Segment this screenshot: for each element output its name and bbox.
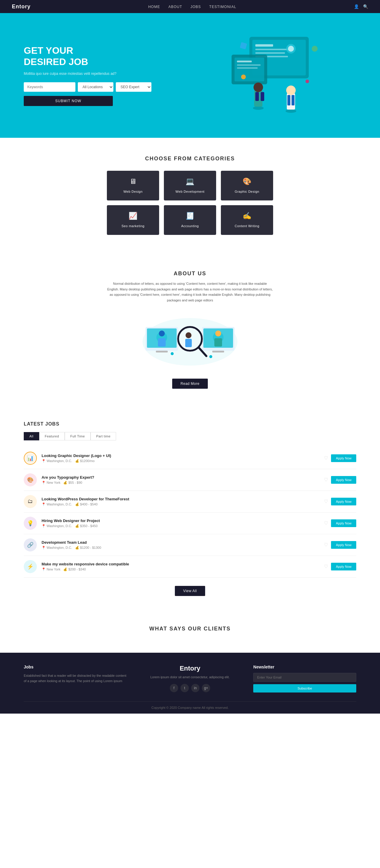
cat-seo-marketing[interactable]: 📈 Seo marketing [107,205,159,235]
job-logo: 💡 [24,517,37,530]
footer-col-brand: Entory Lorem ipsum dolor sit amet consec… [139,664,242,692]
svg-rect-4 [255,52,285,54]
job-info: Make my website responsive device compat… [41,562,319,571]
job-meta: 📍 Washington, D.C. 💰 $350 - $450 [41,524,319,528]
seo-label: Seo marketing [121,224,144,228]
tab-featured[interactable]: Featured [39,432,65,440]
footer-jobs-title: Jobs [24,664,127,669]
svg-rect-26 [240,42,247,49]
apply-button[interactable]: Apply Now [331,476,356,484]
apply-button[interactable]: Apply Now [331,454,356,462]
apply-button[interactable]: Apply Now [331,498,356,505]
cat-web-design[interactable]: 🖥 Web Design [107,171,159,200]
copyright-text: Copyright © 2020 Company name All rights… [151,706,229,709]
nav-jobs[interactable]: JOBS [191,5,201,9]
location-select[interactable]: All Locations [78,82,114,92]
svg-rect-10 [237,61,252,62]
favorite-icon[interactable]: ♡ [324,520,328,526]
svg-point-15 [254,83,263,92]
job-info: Hiring Web Designer for Project 📍 Washin… [41,519,319,528]
nav-testimonial[interactable]: TESTIMONIAL [209,5,236,9]
cat-content-writing[interactable]: ✍ Content Writing [221,205,273,235]
job-info: Development Team Lead 📍 Washington, D.C.… [41,540,319,550]
footer-jobs-text: Established fact that a reader will be d… [24,673,127,684]
read-more-button[interactable]: Read More [172,379,208,389]
about-illustration [139,312,241,371]
categories-section: CHOOSE FROM CATEGORIES 🖥 Web Design 💻 We… [0,138,380,253]
svg-point-24 [306,80,309,83]
hero-section: GET YOUR DESIRED JOB Mollitia quo iure c… [0,13,380,138]
job-list: 📊 Looking Graphic Designer (Logo + UI) 📍… [24,447,356,578]
graphic-design-label: Graphic Design [235,190,259,193]
search-icon[interactable]: 🔍 [363,4,368,9]
cat-accounting[interactable]: 🧾 Accounting [164,205,216,235]
job-logo: 🔗 [24,538,37,552]
nav-icons: 👤 🔍 [354,4,368,9]
svg-rect-12 [237,67,258,69]
job-meta: 📍 Washington, D.C. 💰 $400 - $540 [41,502,319,506]
favorite-icon[interactable]: ♡ [324,499,328,504]
linkedin-icon[interactable]: in [191,684,199,692]
favorite-icon[interactable]: ♡ [324,542,328,548]
job-title: Development Team Lead [41,540,319,545]
svg-rect-36 [212,351,224,352]
jobs-tabs: All Featured Full Time Part time [24,432,356,440]
cat-web-development[interactable]: 💻 Web Development [164,171,216,200]
latest-jobs-title: LATEST JOBS [24,422,356,427]
user-icon[interactable]: 👤 [354,4,359,9]
keyword-input[interactable] [24,82,75,92]
job-actions: ♡ Apply Now [324,476,356,484]
tab-fulltime[interactable]: Full Time [65,432,91,440]
job-logo: 📊 [24,452,37,465]
svg-point-42 [186,332,191,338]
newsletter-input[interactable] [253,673,356,682]
footer-grid: Jobs Established fact that a reader will… [24,664,356,702]
favorite-icon[interactable]: ♡ [324,564,328,569]
footer-col-jobs: Jobs Established fact that a reader will… [24,664,127,692]
tab-all[interactable]: All [24,432,39,440]
about-title: ABOUT US [24,271,356,277]
submit-button[interactable]: SUBMIT NOW [24,96,113,106]
twitter-icon[interactable]: t [181,684,189,692]
svg-rect-17 [261,92,264,101]
nav-home[interactable]: HOME [148,5,160,9]
svg-point-25 [312,46,318,52]
view-all-button[interactable]: View All [175,586,205,596]
footer-bottom: Copyright © 2020 Company name All rights… [24,702,356,714]
hero-illustration [226,31,321,120]
job-meta: 📍 Washington, D.C. 💰 $1200 - $1300 [41,546,319,550]
nav-logo: Entory [12,4,31,10]
svg-rect-3 [255,49,291,50]
favorite-icon[interactable]: ♡ [324,477,328,483]
content-writing-icon: ✍ [226,212,268,220]
footer-social: f t in g+ [139,684,242,692]
svg-rect-30 [156,351,168,352]
job-item: 💡 Hiring Web Designer for Project 📍 Wash… [24,513,356,534]
cat-graphic-design[interactable]: 🎨 Graphic Design [221,171,273,200]
subscribe-button[interactable]: Subscribe [253,684,356,692]
facebook-icon[interactable]: f [170,684,178,692]
job-actions: ♡ Apply Now [324,454,356,462]
job-info: Looking WordPress Developer for ThemeFor… [41,497,319,506]
apply-button[interactable]: Apply Now [331,519,356,527]
tab-parttime[interactable]: Part time [91,432,116,440]
apply-button[interactable]: Apply Now [331,563,356,570]
seo-icon: 📈 [112,212,154,220]
footer-newsletter-title: Newsletter [253,664,356,669]
svg-rect-43 [185,339,192,347]
nav-about[interactable]: ABOUT [168,5,182,9]
job-info: Looking Graphic Designer (Logo + UI) 📍 W… [41,454,319,463]
footer-col-newsletter: Newsletter Subscribe [253,664,356,692]
google-plus-icon[interactable]: g+ [202,684,210,692]
job-title: Looking WordPress Developer for ThemeFor… [41,497,319,501]
job-meta: 📍 Washington, D.C. 💰 $1200/mo [41,459,319,463]
svg-point-13 [253,106,264,110]
apply-button[interactable]: Apply Now [331,541,356,549]
svg-point-38 [215,331,221,336]
svg-rect-39 [214,338,222,346]
category-select[interactable]: SEO Expert [116,82,151,92]
job-actions: ♡ Apply Now [324,498,356,505]
svg-rect-21 [287,95,290,105]
favorite-icon[interactable]: ♡ [324,455,328,461]
job-meta: 📍 New York 💰 $200 - $340 [41,567,319,571]
